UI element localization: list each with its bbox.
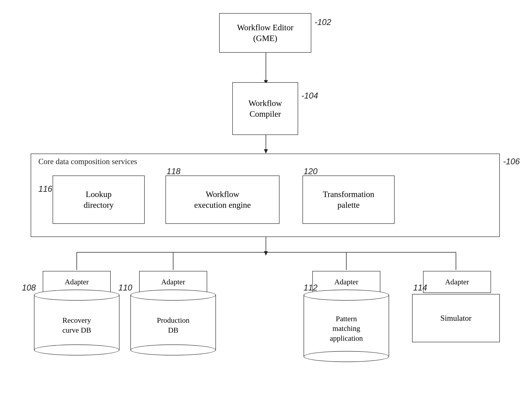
pattern-matching-label: Patternmatchingapplication bbox=[330, 314, 363, 343]
simulator-box: Simulator bbox=[412, 294, 500, 342]
core-services-label: Core data composition services bbox=[38, 157, 137, 166]
annotation-116: 116 bbox=[38, 184, 52, 194]
annotation-102: -102 bbox=[315, 18, 331, 27]
lookup-directory-label: Lookupdirectory bbox=[83, 189, 114, 211]
lookup-directory-box: Lookupdirectory bbox=[53, 176, 145, 224]
svg-marker-5 bbox=[264, 251, 268, 256]
annotation-108: 108 bbox=[22, 283, 36, 293]
annotation-110: 110 bbox=[118, 283, 132, 293]
adapter3-label: Adapter bbox=[334, 278, 358, 286]
adapter2-label: Adapter bbox=[161, 278, 185, 286]
annotation-114: 114 bbox=[413, 283, 427, 293]
workflow-execution-label: Workflowexecution engine bbox=[194, 189, 251, 211]
workflow-editor-box: Workflow Editor(GME) bbox=[219, 13, 311, 53]
annotation-106: -106 bbox=[503, 157, 520, 166]
adapter4-box: Adapter bbox=[423, 271, 491, 293]
workflow-compiler-label: WorkflowCompiler bbox=[248, 98, 282, 120]
diagram: Workflow Editor(GME) -102 WorkflowCompil… bbox=[0, 0, 532, 398]
workflow-compiler-box: WorkflowCompiler bbox=[232, 82, 298, 135]
adapter1-label: Adapter bbox=[65, 278, 89, 286]
transformation-palette-box: Transformationpalette bbox=[303, 176, 395, 224]
annotation-118: 118 bbox=[167, 167, 180, 176]
svg-marker-3 bbox=[264, 149, 268, 154]
simulator-label: Simulator bbox=[440, 313, 471, 323]
adapter4-label: Adapter bbox=[445, 278, 469, 286]
production-db-label: ProductionDB bbox=[157, 315, 189, 335]
annotation-112: 112 bbox=[304, 283, 317, 293]
recovery-curve-db-label: Recoverycurve DB bbox=[62, 315, 91, 335]
workflow-execution-box: Workflowexecution engine bbox=[165, 176, 279, 224]
annotation-120: 120 bbox=[304, 167, 317, 176]
transformation-palette-label: Transformationpalette bbox=[323, 189, 374, 211]
annotation-104: -104 bbox=[301, 91, 318, 100]
workflow-editor-label: Workflow Editor(GME) bbox=[237, 22, 293, 44]
